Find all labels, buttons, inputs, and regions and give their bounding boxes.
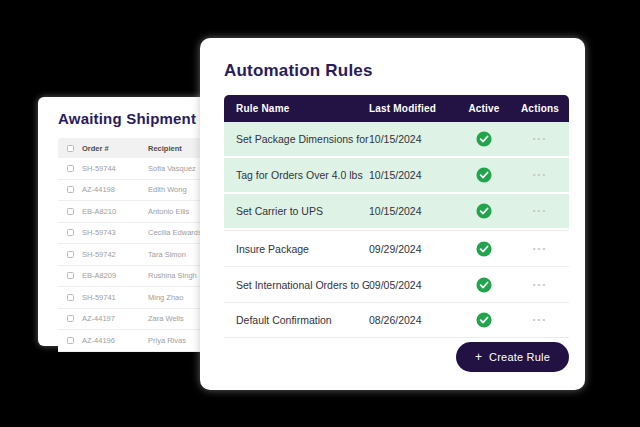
rules-table-header: Rule Name Last Modified Active Actions [224,95,569,122]
column-header-last-modified: Last Modified [369,103,457,114]
row-actions-button[interactable]: ••• [533,316,547,324]
create-rule-label: Create Rule [489,351,550,363]
active-check-icon [476,131,492,147]
row-actions-button[interactable]: ••• [533,245,547,253]
row-actions-button[interactable]: ••• [533,207,547,215]
order-number: AZ-44196 [82,336,148,345]
column-header-actions: Actions [511,103,569,114]
rule-modified-date: 10/15/2024 [369,133,457,145]
row-checkbox[interactable] [67,315,74,322]
create-rule-button[interactable]: + Create Rule [456,342,569,372]
select-all-checkbox[interactable] [67,145,74,152]
rule-row[interactable]: Default Confirmation 08/26/2024 ••• [224,302,569,338]
rule-modified-date: 10/15/2024 [369,169,457,181]
row-checkbox[interactable] [67,272,74,279]
row-actions-button[interactable]: ••• [533,135,547,143]
rule-name: Set Carrier to UPS [224,205,369,217]
row-checkbox[interactable] [67,186,74,193]
rule-modified-date: 10/15/2024 [369,205,457,217]
canvas: Awaiting Shipment Order # Recipient Carr… [0,0,640,427]
order-number: AZ-44197 [82,314,148,323]
row-checkbox[interactable] [67,294,74,301]
automation-rules-title: Automation Rules [224,61,569,81]
row-actions-button[interactable]: ••• [533,171,547,179]
rule-name: Tag for Orders Over 4.0 lbs [224,169,369,181]
rule-name: Set International Orders to GlobalPost [224,279,369,291]
active-check-icon [476,241,492,257]
rule-modified-date: 09/05/2024 [369,279,457,291]
rule-modified-date: 09/29/2024 [369,243,457,255]
active-check-icon [476,167,492,183]
active-check-icon [476,312,492,328]
order-number: SH-59741 [82,293,148,302]
order-number: SH-59743 [82,228,148,237]
active-check-icon [476,277,492,293]
rule-row[interactable]: Tag for Orders Over 4.0 lbs 10/15/2024 •… [224,158,569,194]
active-check-icon [476,203,492,219]
column-header-order: Order # [82,144,148,153]
rule-name: Set Package Dimensions for 2 Items [224,133,369,145]
order-number: EB-A8209 [82,271,148,280]
automation-rules-card: Automation Rules Rule Name Last Modified… [200,38,585,390]
column-header-rule-name: Rule Name [224,103,369,114]
order-number: SH-59744 [82,164,148,173]
rule-row[interactable]: Set International Orders to GlobalPost 0… [224,266,569,302]
row-checkbox[interactable] [67,208,74,215]
order-number: SH-59742 [82,250,148,259]
row-checkbox[interactable] [67,165,74,172]
row-actions-button[interactable]: ••• [533,281,547,289]
row-checkbox[interactable] [67,229,74,236]
rule-modified-date: 08/26/2024 [369,314,457,326]
plus-icon: + [475,350,482,364]
column-header-active: Active [457,103,511,114]
rule-row[interactable]: Set Package Dimensions for 2 Items 10/15… [224,122,569,158]
order-number: EB-A8210 [82,207,148,216]
rule-row[interactable]: Set Carrier to UPS 10/15/2024 ••• [224,194,569,230]
rule-name: Insure Package [224,243,369,255]
order-number: AZ-44198 [82,185,148,194]
rule-name: Default Confirmation [224,314,369,326]
row-checkbox[interactable] [67,251,74,258]
row-checkbox[interactable] [67,337,74,344]
rule-row[interactable]: Insure Package 09/29/2024 ••• [224,230,569,266]
